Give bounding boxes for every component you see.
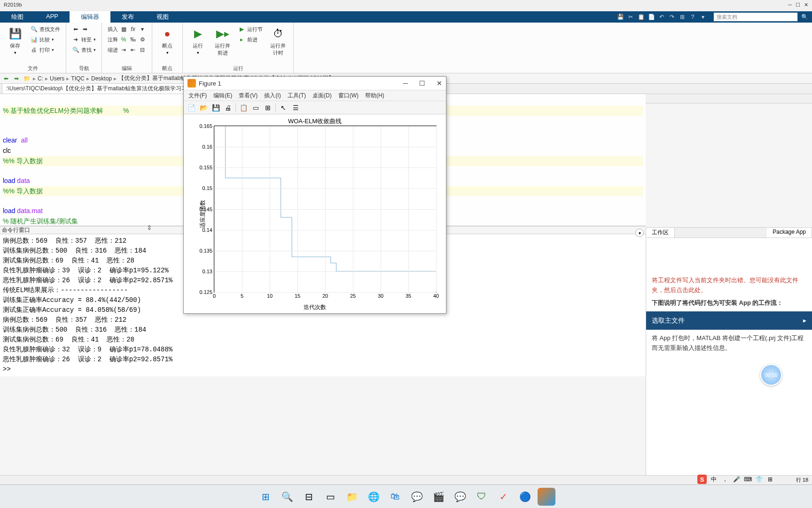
- pointer-icon[interactable]: ↖: [279, 103, 288, 112]
- menu-file[interactable]: 文件(F): [188, 92, 207, 100]
- menu-window[interactable]: 窗口(W): [338, 92, 359, 100]
- indent-button[interactable]: 缩进 ⇥ ⇤ ⊟: [106, 45, 148, 55]
- qat-dropdown-icon[interactable]: ▾: [699, 13, 707, 21]
- figure-titlebar[interactable]: Figure 1 ─ ☐ ✕: [184, 77, 446, 90]
- menu-tools[interactable]: 工具(T): [288, 92, 306, 100]
- find-files-button[interactable]: 🔍查找文件: [28, 24, 62, 34]
- nav-back-button[interactable]: ⬅➡: [70, 24, 98, 34]
- qat-undo-icon[interactable]: ↶: [658, 13, 665, 21]
- qat-cut-icon[interactable]: ✂: [627, 13, 634, 21]
- tab-workspace[interactable]: 工作区: [646, 228, 675, 238]
- run-section-button[interactable]: ▶运行节: [236, 24, 265, 34]
- tab-view[interactable]: 视图: [145, 11, 180, 23]
- taskview-icon[interactable]: ⊟: [300, 488, 318, 506]
- clipchamp-icon[interactable]: 🎬: [429, 488, 447, 506]
- comment-button[interactable]: 注释 % ‰ ⚙: [106, 35, 148, 44]
- search-docs-input[interactable]: 搜索文档: [713, 12, 798, 22]
- tab-plot[interactable]: 绘图: [0, 11, 35, 23]
- wechat-icon[interactable]: 💬: [451, 488, 469, 506]
- search-icon[interactable]: 🔍: [801, 13, 808, 21]
- fig-minimize-icon[interactable]: ─: [403, 79, 408, 87]
- security-icon[interactable]: 🛡: [473, 488, 491, 506]
- ime-lang-icon[interactable]: 中: [710, 475, 718, 484]
- widgets-icon[interactable]: ▭: [321, 488, 339, 506]
- run-button[interactable]: ▶运行▾: [187, 24, 209, 57]
- ime-skin-icon[interactable]: 👕: [755, 475, 763, 484]
- path-seg[interactable]: TIQC: [71, 75, 85, 82]
- qat-win-icon[interactable]: ⊞: [679, 13, 686, 21]
- advance-button[interactable]: ▸前进: [236, 35, 265, 44]
- tab-editor[interactable]: 编辑器: [70, 11, 110, 23]
- run-icon: ▶: [190, 26, 205, 41]
- save-figure-icon[interactable]: 💾: [211, 103, 220, 112]
- find-button[interactable]: 🔍查找▾: [70, 45, 98, 55]
- close-icon[interactable]: ✕: [804, 2, 808, 9]
- matlab-icon[interactable]: [538, 488, 555, 506]
- insert-misc-icon: ▾: [139, 25, 146, 33]
- run-time-button[interactable]: ⏱运行并 计时: [266, 24, 289, 58]
- ime-punct-icon[interactable]: ，: [721, 475, 729, 484]
- compare-button[interactable]: 📊比较▾: [28, 35, 62, 44]
- fig-close-icon[interactable]: ✕: [437, 79, 442, 87]
- path-seg[interactable]: Desktop: [91, 75, 112, 82]
- ime-kbd-icon[interactable]: ⌨: [743, 475, 752, 484]
- ime-mic-icon[interactable]: 🎤: [732, 475, 741, 484]
- explorer-icon[interactable]: 📁: [343, 488, 361, 506]
- print-figure-icon[interactable]: 🖨: [223, 103, 233, 112]
- find-files-icon: 🔍: [30, 25, 38, 33]
- editor-tab[interactable]: :\Users\TIQC\Desktop\【优化分类】基于matlab鲸鱼算法优…: [2, 83, 191, 94]
- layout-icon[interactable]: ⊞: [263, 103, 273, 112]
- path-back-icon[interactable]: ⬅: [2, 74, 10, 83]
- path-seg[interactable]: Users: [50, 75, 64, 82]
- breakpoints-button[interactable]: ●断点▾: [156, 24, 179, 57]
- status-bar: 行 18: [0, 475, 812, 484]
- chevron-right-icon: ▸: [803, 315, 806, 325]
- fig-maximize-icon[interactable]: ☐: [419, 79, 425, 87]
- path-seg[interactable]: C:: [38, 75, 43, 82]
- tab-publish[interactable]: 发布: [110, 11, 145, 23]
- collapse-panel-icon[interactable]: ▾: [635, 229, 644, 237]
- save-button[interactable]: 💾保存▾: [4, 24, 26, 57]
- print-button[interactable]: 🖨打印▾: [28, 45, 62, 55]
- run-advance-button[interactable]: ▶▸运行并 前进: [211, 24, 234, 58]
- edge-icon[interactable]: 🌐: [365, 488, 383, 506]
- menu-desktop[interactable]: 桌面(D): [312, 92, 332, 100]
- menu-insert[interactable]: 插入(I): [264, 92, 281, 100]
- search-taskbar-icon[interactable]: 🔍: [278, 488, 296, 506]
- package-info-text: 下图说明了将代码打包为可安装 App 的工作流：: [652, 298, 806, 308]
- qat-copy-icon[interactable]: 📋: [637, 13, 645, 21]
- store-icon[interactable]: 🛍: [386, 488, 404, 506]
- goto-icon: ➜: [72, 36, 79, 43]
- tab-app[interactable]: APP: [35, 11, 70, 23]
- path-fwd-icon[interactable]: ➡: [12, 74, 21, 83]
- insert-button[interactable]: 插入 ▦ fx ▾: [106, 24, 148, 34]
- qat-paste-icon[interactable]: 📄: [648, 13, 655, 21]
- uncomment-icon: ‰: [129, 36, 137, 43]
- chart-ylabel: 适应度函数: [199, 200, 207, 228]
- maximize-icon[interactable]: ☐: [796, 2, 800, 9]
- qat-redo-icon[interactable]: ↷: [668, 13, 676, 21]
- copy-figure-icon[interactable]: 📋: [239, 103, 248, 112]
- minimize-icon[interactable]: ─: [788, 2, 792, 9]
- open-figure-icon[interactable]: 📂: [199, 103, 208, 112]
- dock-icon[interactable]: ▭: [251, 103, 260, 112]
- inspector-icon[interactable]: ☰: [291, 103, 300, 112]
- right-panel-tabs: 工作区 Package App: [646, 228, 812, 238]
- start-icon[interactable]: ⊞: [257, 488, 274, 506]
- sogou-icon[interactable]: S: [697, 475, 707, 484]
- todo-icon[interactable]: ✓: [494, 488, 512, 506]
- package-step-button[interactable]: 选取主文件▸: [646, 311, 812, 329]
- qat-help-icon[interactable]: ?: [689, 13, 696, 21]
- folder-icon[interactable]: 📁: [23, 74, 31, 83]
- chat-icon[interactable]: 💬: [408, 488, 426, 506]
- tab-package-app[interactable]: Package App: [767, 228, 812, 238]
- qat-save-icon[interactable]: 💾: [617, 13, 624, 21]
- goto-button[interactable]: ➜转至▾: [70, 35, 98, 44]
- status-line-col: 行 18: [796, 476, 808, 484]
- new-figure-icon[interactable]: 📄: [187, 103, 196, 112]
- ime-tools-icon[interactable]: ⊞: [766, 475, 774, 484]
- app-icon[interactable]: 🔵: [516, 488, 534, 506]
- menu-edit[interactable]: 编辑(E): [213, 92, 232, 100]
- menu-help[interactable]: 帮助(H): [365, 92, 384, 100]
- menu-view[interactable]: 查看(V): [239, 92, 258, 100]
